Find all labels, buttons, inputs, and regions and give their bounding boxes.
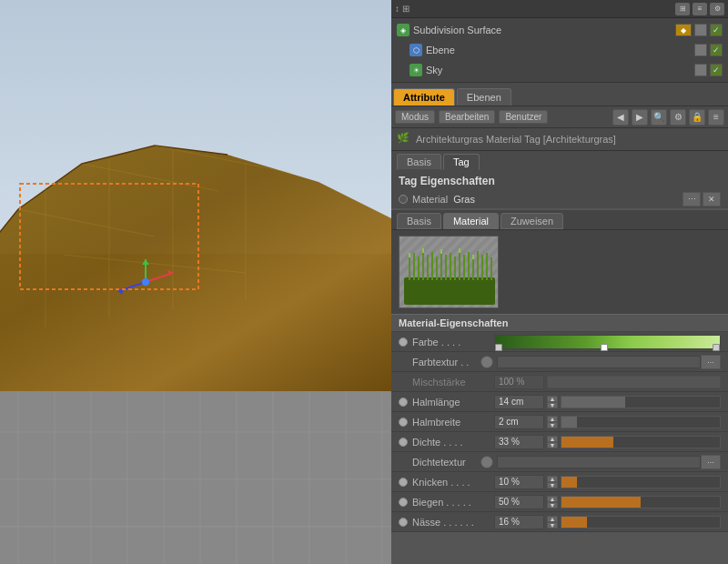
attribute-tabs: Attribute Ebenen bbox=[391, 83, 728, 106]
naesse-radio[interactable] bbox=[399, 518, 408, 527]
svg-rect-47 bbox=[450, 253, 451, 280]
farbe-radio[interactable] bbox=[399, 337, 408, 347]
dichte-radio[interactable] bbox=[399, 438, 408, 447]
material-btn-clear[interactable]: ✕ bbox=[703, 192, 721, 206]
halmlaenge-value-area: 14 cm ▲ ▼ bbox=[494, 395, 721, 409]
tree-item-ebene[interactable]: ⬡ Ebene ✓ bbox=[391, 40, 728, 60]
prop-row-knicken: Knicken . . . . 10 % ▲ ▼ bbox=[391, 472, 728, 492]
btn-bearbeiten[interactable]: Bearbeiten bbox=[439, 110, 495, 124]
dichte-input[interactable]: 33 % bbox=[494, 435, 544, 449]
naesse-input[interactable]: 16 % bbox=[494, 515, 544, 529]
toolbar-icon-lock[interactable]: 🔒 bbox=[689, 109, 705, 126]
biegen-down[interactable]: ▼ bbox=[547, 502, 558, 509]
btn-modus[interactable]: Modus bbox=[395, 110, 435, 124]
knicken-up[interactable]: ▲ bbox=[547, 476, 558, 482]
knicken-radio[interactable] bbox=[399, 478, 408, 487]
mischstaerke-input[interactable]: 100 % bbox=[494, 375, 544, 389]
naesse-down[interactable]: ▼ bbox=[547, 522, 558, 529]
ebene-check2[interactable]: ✓ bbox=[710, 44, 723, 56]
farbtextur-more[interactable]: ··· bbox=[701, 355, 721, 369]
tree-icon-search[interactable]: ⊞ bbox=[675, 3, 690, 15]
halmlaenge-up[interactable]: ▲ bbox=[547, 396, 558, 402]
toolbar-icon-arrow-right[interactable]: ▶ bbox=[632, 109, 648, 126]
subtab-basis[interactable]: Basis bbox=[397, 154, 441, 170]
tab-ebenen[interactable]: Ebenen bbox=[457, 88, 511, 106]
svg-rect-61 bbox=[472, 255, 474, 259]
dichte-down[interactable]: ▼ bbox=[547, 442, 558, 448]
material-label: Material bbox=[412, 194, 448, 205]
naesse-slider[interactable] bbox=[561, 516, 721, 529]
halmlaenge-input[interactable]: 14 cm bbox=[494, 395, 544, 409]
halmbreite-radio[interactable] bbox=[399, 418, 408, 427]
dichte-up[interactable]: ▲ bbox=[547, 436, 558, 442]
dichtetextur-bar[interactable] bbox=[497, 456, 701, 468]
svg-rect-40 bbox=[418, 257, 420, 280]
dichte-value-area: 33 % ▲ ▼ bbox=[494, 435, 721, 449]
biegen-input[interactable]: 50 % bbox=[494, 495, 544, 509]
toolbar-icon-arrow-left[interactable]: ◀ bbox=[612, 109, 629, 126]
knicken-input[interactable]: 10 % bbox=[494, 475, 544, 489]
naesse-up[interactable]: ▲ bbox=[547, 516, 558, 522]
farbe-gradient[interactable] bbox=[494, 335, 721, 349]
knicken-fill bbox=[561, 477, 577, 488]
ebene-check1[interactable] bbox=[694, 44, 707, 56]
farbtextur-swatch[interactable] bbox=[480, 356, 493, 368]
halmlaenge-radio[interactable] bbox=[399, 398, 408, 407]
subdivision-check1[interactable] bbox=[694, 24, 707, 36]
material-btn-browse[interactable]: ⋯ bbox=[682, 192, 701, 206]
toolbar-icon-settings[interactable]: ⚙ bbox=[670, 109, 686, 126]
farbe-handle-left[interactable] bbox=[495, 344, 502, 351]
biegen-stepper: ▲ ▼ bbox=[547, 496, 558, 509]
halmlaenge-label: Halmlänge bbox=[412, 397, 494, 408]
tree-icon-filter[interactable]: ≡ bbox=[693, 3, 707, 15]
svg-rect-41 bbox=[422, 250, 424, 280]
subdivision-label: Subdivision Surface bbox=[413, 25, 501, 35]
farbe-value-area bbox=[494, 335, 721, 349]
dichte-fill bbox=[561, 437, 613, 448]
biegen-radio[interactable] bbox=[399, 498, 408, 507]
farbe-handle-center[interactable] bbox=[601, 344, 608, 351]
halmlaenge-down[interactable]: ▼ bbox=[547, 402, 558, 408]
halmbreite-input[interactable]: 2 cm bbox=[494, 415, 544, 429]
tree-item-subdivision[interactable]: ◈ Subdivision Surface ◆ ✓ bbox=[391, 20, 728, 40]
sky-icon: ☀ bbox=[410, 64, 422, 76]
sky-check1[interactable] bbox=[694, 64, 707, 76]
farbtextur-bar[interactable] bbox=[497, 356, 701, 368]
dichtetextur-more[interactable]: ··· bbox=[701, 455, 721, 469]
sky-check2[interactable]: ✓ bbox=[710, 64, 723, 76]
toolbar-icon-more[interactable]: ≡ bbox=[708, 109, 724, 126]
svg-rect-56 bbox=[490, 257, 492, 280]
subdivision-check2[interactable]: ✓ bbox=[710, 24, 723, 36]
toolbar-icon-search[interactable]: 🔍 bbox=[651, 109, 667, 126]
subtab-tag[interactable]: Tag bbox=[443, 154, 480, 170]
dichtetextur-swatch[interactable] bbox=[480, 456, 493, 468]
innertab-zuweisen[interactable]: Zuweisen bbox=[500, 213, 563, 229]
dichte-slider[interactable] bbox=[561, 436, 721, 448]
knicken-slider[interactable] bbox=[561, 476, 721, 488]
tab-attribute[interactable]: Attribute bbox=[393, 88, 455, 106]
farbe-handle-right[interactable] bbox=[713, 344, 720, 351]
material-preview-area bbox=[391, 230, 728, 314]
halmbreite-down[interactable]: ▼ bbox=[547, 422, 558, 428]
tree-icon-settings[interactable]: ⚙ bbox=[710, 3, 724, 15]
svg-rect-57 bbox=[409, 253, 410, 257]
material-radio[interactable] bbox=[399, 195, 408, 204]
inner-tabs: Basis Material Zuweisen bbox=[391, 210, 728, 230]
halmlaenge-slider[interactable] bbox=[561, 396, 721, 408]
knicken-down[interactable]: ▼ bbox=[547, 482, 558, 488]
prop-row-biegen: Biegen . . . . . 50 % ▲ ▼ bbox=[391, 492, 728, 512]
svg-rect-58 bbox=[422, 248, 424, 253]
3d-viewport[interactable] bbox=[0, 0, 391, 564]
naesse-fill bbox=[561, 517, 587, 528]
mischstaerke-value-area: 100 % bbox=[494, 375, 721, 389]
biegen-up[interactable]: ▲ bbox=[547, 496, 558, 502]
halmbreite-slider[interactable] bbox=[561, 416, 721, 428]
btn-benutzer[interactable]: Benutzer bbox=[499, 110, 548, 124]
halmbreite-up[interactable]: ▲ bbox=[547, 416, 558, 422]
innertab-basis[interactable]: Basis bbox=[397, 213, 441, 229]
innertab-material[interactable]: Material bbox=[443, 213, 499, 229]
biegen-slider[interactable] bbox=[561, 496, 721, 509]
svg-rect-50 bbox=[463, 255, 465, 280]
tree-item-sky[interactable]: ☀ Sky ✓ bbox=[391, 60, 728, 80]
halmlaenge-stepper: ▲ ▼ bbox=[547, 396, 558, 408]
